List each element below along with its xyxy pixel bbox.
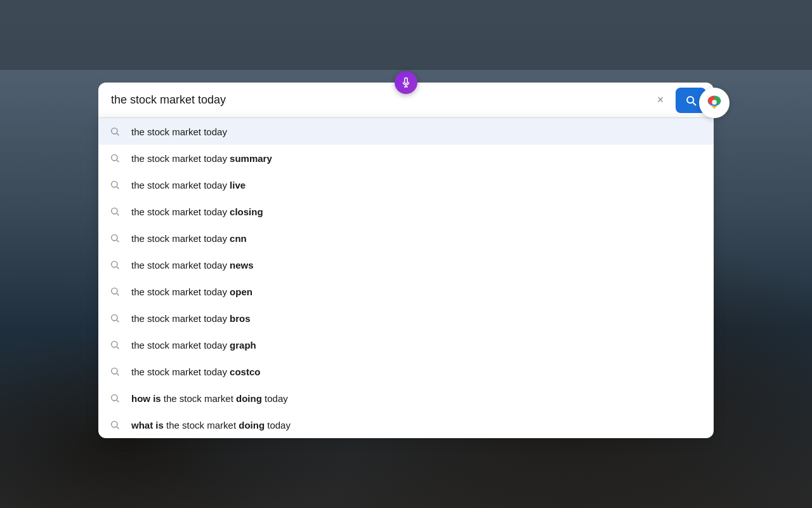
suggestions-list: the stock market today the stock market … [98,118,714,438]
suggestion-item[interactable]: the stock market today live [98,171,714,198]
suggestion-text: the stock market today live [131,180,246,190]
svg-point-7 [112,315,117,321]
suggestion-item[interactable]: the stock market today [98,118,714,145]
suggestion-item[interactable]: the stock market today closing [98,198,714,225]
suggestion-text: the stock market today [131,126,227,137]
search-suggestion-icon [108,365,121,378]
svg-point-8 [112,342,117,347]
search-suggestion-icon [108,178,121,191]
clear-button[interactable]: × [650,90,671,110]
svg-point-5 [112,262,117,267]
svg-point-0 [112,128,117,134]
search-icon [684,94,697,107]
search-input[interactable] [106,93,650,107]
copilot-icon [705,93,724,112]
suggestion-item[interactable]: the stock market today cnn [98,225,714,251]
suggestion-text: the stock market today closing [131,206,263,217]
svg-point-9 [112,368,117,374]
search-container: × the stock market today the stock ma [98,83,714,438]
svg-point-2 [112,182,117,187]
suggestion-text: the stock market today costco [131,366,260,377]
suggestion-item[interactable]: the stock market today graph [98,331,714,358]
top-overlay [0,0,812,70]
svg-point-13 [712,100,717,105]
suggestion-text: the stock market today news [131,260,254,271]
svg-point-3 [112,208,117,214]
suggestion-item[interactable]: the stock market today costco [98,358,714,385]
search-suggestion-icon [108,392,121,404]
svg-point-6 [112,288,117,294]
mic-button[interactable] [395,71,417,94]
suggestion-item[interactable]: the stock market today summary [98,145,714,171]
suggestion-item[interactable]: the stock market today news [98,251,714,278]
svg-point-10 [112,395,117,401]
suggestion-text: the stock market today summary [131,153,272,164]
svg-point-11 [112,422,117,427]
search-suggestion-icon [108,285,121,298]
search-suggestion-icon [108,418,121,431]
copilot-logo-button[interactable] [699,88,730,118]
suggestion-item[interactable]: what is the stock market doing today [98,411,714,438]
svg-point-1 [112,155,117,161]
search-suggestion-icon [108,338,121,351]
svg-point-4 [112,235,117,241]
search-suggestion-icon [108,258,121,271]
suggestion-text: how is the stock market doing today [131,393,288,404]
suggestion-text: the stock market today bros [131,313,251,324]
search-suggestion-icon [108,232,121,244]
suggestion-text: what is the stock market doing today [131,420,291,431]
clear-icon: × [657,93,664,107]
suggestion-item[interactable]: the stock market today bros [98,305,714,331]
suggestion-text: the stock market today cnn [131,233,247,244]
search-suggestion-icon [108,125,121,138]
mic-icon [400,77,412,88]
suggestion-item[interactable]: how is the stock market doing today [98,385,714,411]
suggestion-text: the stock market today open [131,286,252,297]
suggestion-text: the stock market today graph [131,340,256,351]
search-suggestion-icon [108,205,121,218]
search-suggestion-icon [108,312,121,324]
search-suggestion-icon [108,152,121,164]
suggestion-item[interactable]: the stock market today open [98,278,714,305]
